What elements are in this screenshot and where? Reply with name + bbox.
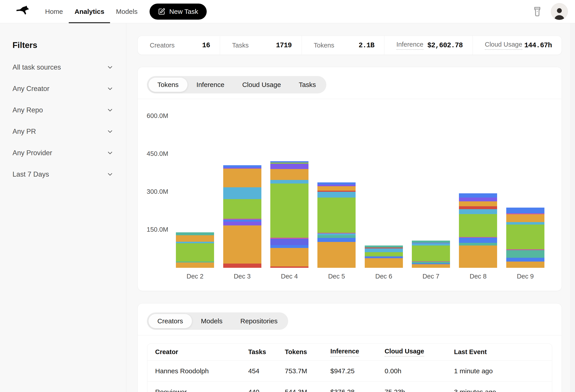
kangaroo-logo[interactable] xyxy=(14,4,33,19)
bar-segment-green[interactable] xyxy=(459,214,497,237)
bar-segment-skyblue[interactable] xyxy=(270,180,309,183)
cell-tokens: 753.7M xyxy=(285,367,330,375)
filter-any-provider[interactable]: Any Provider xyxy=(13,142,114,164)
bar-segment-skyblue[interactable] xyxy=(317,192,356,197)
nav-link-models[interactable]: Models xyxy=(110,0,143,23)
bar-slot xyxy=(360,99,407,268)
stat-value: 144.67h xyxy=(524,42,552,49)
bar-segment-blue[interactable] xyxy=(506,258,544,261)
app-window: HomeAnalyticsModels New Task xyxy=(0,0,575,392)
nav-link-home[interactable]: Home xyxy=(39,0,69,23)
bar-segment-green[interactable] xyxy=(223,199,261,219)
table-row-hannes-roodolph[interactable]: Hannes Roodolph454753.7M$947.250.00h1 mi… xyxy=(147,361,552,382)
chart-tab-inference[interactable]: Inference xyxy=(188,78,233,92)
bar-segment-green[interactable] xyxy=(506,224,544,249)
bar-segment-orange[interactable] xyxy=(176,262,214,268)
bar-segment-red[interactable] xyxy=(459,206,497,209)
stat-label[interactable]: Inference xyxy=(396,41,423,50)
bar-dec-8 xyxy=(459,193,497,268)
bar-segment-skyblue[interactable] xyxy=(412,243,450,245)
bar-segment-blue[interactable] xyxy=(317,182,356,185)
bar-segment-blue[interactable] xyxy=(459,193,497,197)
filter-any-repo[interactable]: Any Repo xyxy=(13,99,114,121)
bar-segment-red[interactable] xyxy=(223,263,261,268)
bar-segment-violet[interactable] xyxy=(317,185,356,186)
bar-segment-orange[interactable] xyxy=(223,225,261,263)
filters-title: Filters xyxy=(13,41,114,50)
bar-segment-green[interactable] xyxy=(412,245,450,261)
square-pen-icon xyxy=(158,8,165,15)
bar-segment-teal[interactable] xyxy=(506,250,544,258)
chart-tabs-row: TokensInferenceCloud UsageTasks xyxy=(138,67,562,99)
bar-segment-blue[interactable] xyxy=(317,238,356,242)
bar-segment-orange[interactable] xyxy=(459,245,497,268)
bar-segment-violet[interactable] xyxy=(270,164,309,169)
bar-segment-blue[interactable] xyxy=(223,220,261,222)
user-avatar[interactable] xyxy=(551,3,568,20)
bar-segment-orange[interactable] xyxy=(506,214,544,222)
table-row-rooviewer[interactable]: Rooviewer440544.3M$376.2875.23h3 minutes… xyxy=(147,382,552,392)
bar-segment-skyblue[interactable] xyxy=(506,222,544,224)
bar-segment-orange[interactable] xyxy=(270,169,309,180)
filter-all-task-sources[interactable]: All task sources xyxy=(13,57,114,78)
bar-segment-skyblue[interactable] xyxy=(223,187,261,199)
filter-label: Any Provider xyxy=(13,149,52,157)
bar-segment-teal[interactable] xyxy=(317,235,356,238)
bar-segment-teal[interactable] xyxy=(365,245,403,247)
chart-tab-group: TokensInferenceCloud UsageTasks xyxy=(147,76,326,93)
bar-segment-red[interactable] xyxy=(270,266,309,268)
bar-segment-teal[interactable] xyxy=(176,232,214,235)
filter-any-creator[interactable]: Any Creator xyxy=(13,78,114,99)
bar-segment-orange[interactable] xyxy=(412,264,450,268)
main-content: Creators16Tasks1719Tokens2.1BInference$2… xyxy=(126,23,575,392)
bar-segment-violet[interactable] xyxy=(223,222,261,225)
table-body: Hannes Roodolph454753.7M$947.250.00h1 mi… xyxy=(147,361,552,392)
column-header-creator: Creator xyxy=(155,348,248,356)
bar-segment-violet[interactable] xyxy=(459,197,497,201)
bar-segment-teal[interactable] xyxy=(412,240,450,243)
bar-segment-indigo[interactable] xyxy=(270,239,309,245)
bar-segment-orange[interactable] xyxy=(459,201,497,206)
bar-segment-teal[interactable] xyxy=(412,262,450,263)
bar-segment-green[interactable] xyxy=(365,252,403,256)
bar-segment-skyblue[interactable] xyxy=(176,242,214,243)
bar-segment-skyblue[interactable] xyxy=(365,248,403,252)
bar-segment-blue[interactable] xyxy=(506,208,544,213)
new-task-button[interactable]: New Task xyxy=(149,3,207,20)
bar-segment-teal[interactable] xyxy=(459,243,497,245)
filter-last-7-days[interactable]: Last 7 Days xyxy=(13,164,114,185)
bar-segment-blue[interactable] xyxy=(223,165,261,168)
y-axis-label: 300.0M xyxy=(147,188,168,195)
stat-label[interactable]: Cloud Usage xyxy=(485,41,522,50)
flashlight-button[interactable] xyxy=(532,6,542,17)
bar-segment-blue[interactable] xyxy=(459,238,497,243)
bar-slot xyxy=(313,99,360,268)
table-tab-creators[interactable]: Creators xyxy=(148,314,192,328)
nav-link-analytics[interactable]: Analytics xyxy=(69,0,110,23)
bar-segment-skyblue[interactable] xyxy=(317,234,356,235)
chart-tab-cloud-usage[interactable]: Cloud Usage xyxy=(233,78,290,92)
column-header-cloud-usage[interactable]: Cloud Usage xyxy=(384,348,454,357)
bar-segment-green[interactable] xyxy=(176,243,214,261)
bar-dec-6 xyxy=(365,245,403,268)
bar-segment-orange[interactable] xyxy=(270,248,309,267)
filter-any-pr[interactable]: Any PR xyxy=(13,121,114,142)
bar-segment-blue[interactable] xyxy=(270,245,309,248)
bar-segment-skyblue[interactable] xyxy=(459,209,497,214)
bar-segment-green[interactable] xyxy=(270,183,309,238)
bar-segment-orange[interactable] xyxy=(365,258,403,268)
bar-segment-orange[interactable] xyxy=(317,242,356,268)
table-tab-models[interactable]: Models xyxy=(192,314,232,328)
page-scrollbar[interactable] xyxy=(571,23,575,392)
bar-segment-orange[interactable] xyxy=(176,235,214,242)
bar-segment-orange[interactable] xyxy=(506,261,544,268)
table-tab-repositories[interactable]: Repositories xyxy=(232,314,287,328)
y-axis-label: 450.0M xyxy=(147,150,168,157)
bar-segment-green[interactable] xyxy=(317,197,356,233)
bar-segment-orange[interactable] xyxy=(317,186,356,191)
column-header-inference[interactable]: Inference xyxy=(330,348,384,357)
bar-segment-orange[interactable] xyxy=(223,169,261,187)
chart-tab-tasks[interactable]: Tasks xyxy=(290,78,325,92)
new-task-label: New Task xyxy=(169,8,198,15)
chart-tab-tokens[interactable]: Tokens xyxy=(148,78,188,92)
